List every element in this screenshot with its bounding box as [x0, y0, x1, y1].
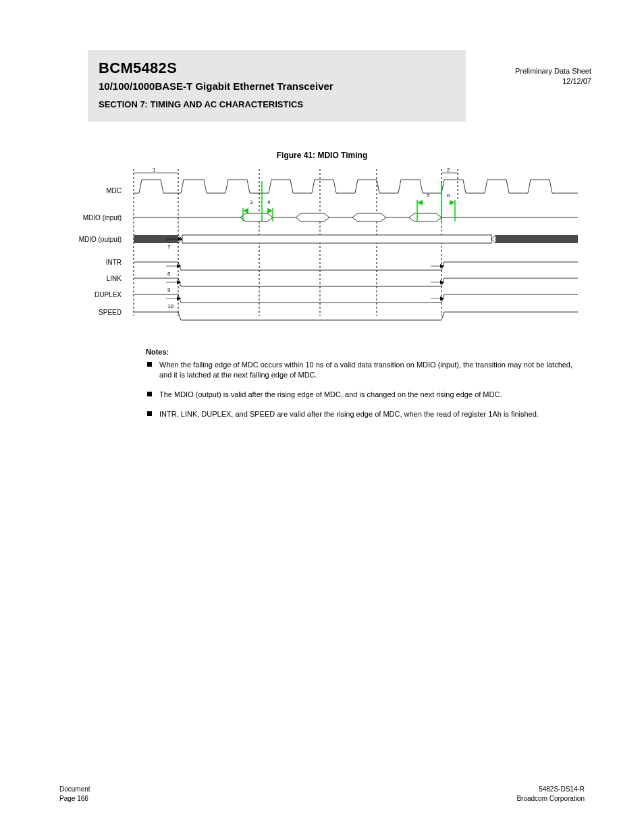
- svg-rect-18: [182, 235, 491, 243]
- t7-label: 7: [167, 244, 171, 250]
- header-right: Preliminary Data Sheet 12/12/07: [515, 66, 591, 86]
- note-item: The MDIO (output) is valid after the ris…: [146, 390, 585, 400]
- t2-label: 2: [447, 167, 450, 173]
- product-title: 10/100/1000BASE-T Gigabit Ethernet Trans…: [99, 80, 455, 93]
- figure-caption: Figure 41: MDIO Timing: [59, 150, 585, 161]
- t10-label: 10: [167, 303, 173, 309]
- notes-heading: Notes:: [146, 347, 585, 357]
- t5-label: 5: [427, 192, 430, 199]
- product-code: BCM5482S: [99, 58, 455, 78]
- header-grey-box: BCM5482S 10/100/1000BASE-T Gigabit Ether…: [88, 50, 466, 122]
- note-item: INTR, LINK, DUPLEX, and SPEED are valid …: [146, 409, 585, 419]
- t1-label: 1: [153, 167, 156, 173]
- t6-label: 6: [447, 192, 450, 199]
- t8-label: 8: [167, 271, 171, 277]
- section-title: SECTION 7: TIMING AND AC CHARACTERISTICS: [99, 99, 455, 111]
- note-item: When the falling edge of MDC occurs with…: [146, 360, 585, 380]
- doc-date: 12/12/07: [515, 76, 591, 86]
- t9-label: 9: [167, 287, 171, 293]
- svg-rect-17: [495, 235, 578, 243]
- figure-notes: Notes: When the falling edge of MDC occu…: [146, 347, 585, 419]
- timing-diagram: MDC MDIO (input) MDIO (output) INTR LINK…: [59, 165, 585, 340]
- doc-status: Preliminary Data Sheet: [515, 66, 591, 76]
- page-header: BCM5482S 10/100/1000BASE-T Gigabit Ether…: [88, 30, 585, 145]
- timing-svg: 3 4 5 6 1 2 7 8: [66, 165, 578, 338]
- t3-label: 3: [250, 199, 253, 205]
- t4-label: 4: [267, 199, 271, 205]
